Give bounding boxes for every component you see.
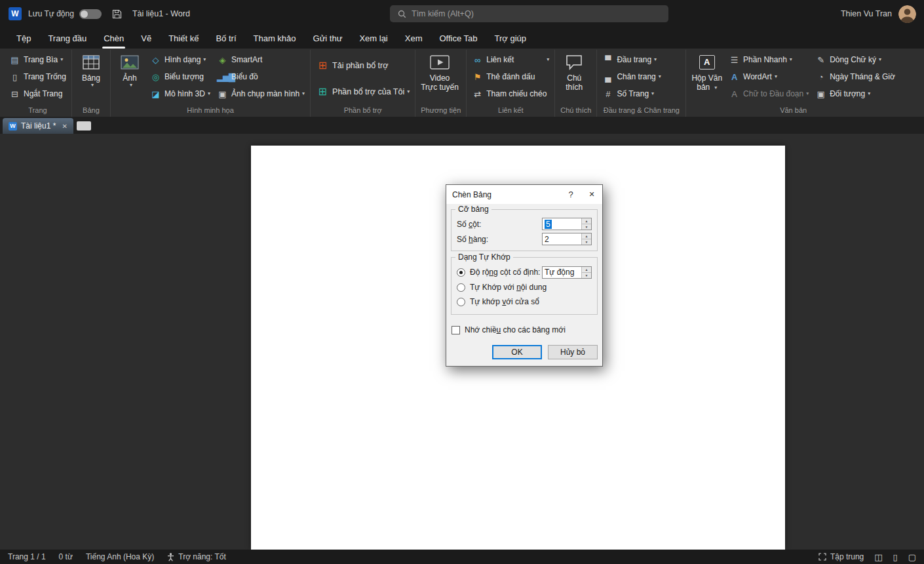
save-icon[interactable] <box>112 9 122 19</box>
avatar[interactable] <box>898 5 916 23</box>
word-count-status[interactable]: 0 từ <box>59 552 73 561</box>
date-time-button[interactable]: ◔ Ngày Tháng & Giờ <box>812 68 898 85</box>
spin-down-icon[interactable]: ▼ <box>582 224 591 230</box>
tab-tro-giup[interactable]: Trợ giúp <box>486 28 535 49</box>
columns-spinner[interactable]: 5 ▲ ▼ <box>542 218 592 230</box>
pictures-button[interactable]: Ảnh ▾ <box>113 51 147 88</box>
autofit-contents-label: Tự Khớp với nội dung <box>470 283 547 292</box>
page-break-label: Ngắt Trang <box>24 89 62 98</box>
focus-button[interactable]: Tập trung <box>818 552 864 561</box>
fixed-width-value-field[interactable]: Tự động <box>543 267 581 278</box>
new-tab-button[interactable] <box>77 121 91 131</box>
tab-tham-khao[interactable]: Tham khảo <box>245 28 305 49</box>
smartart-button[interactable]: ◈ SmartArt <box>214 51 308 68</box>
cross-reference-button[interactable]: ⇄ Tham chiếu chéo <box>469 85 552 102</box>
3d-models-button[interactable]: ◪ Mô hình 3D ▾ <box>147 85 214 102</box>
footer-button[interactable]: ▄ Chân trang ▾ <box>599 68 664 85</box>
user-name[interactable]: Thien Vu Tran <box>841 9 892 18</box>
read-mode-button[interactable]: ◫ <box>874 553 882 561</box>
chart-button[interactable]: ▂▅▇ Biểu đồ <box>214 68 308 85</box>
word-logo-icon[interactable]: W <box>9 7 22 20</box>
columns-row: Số cột: 5 ▲ ▼ <box>457 216 592 232</box>
tab-thiet-ke[interactable]: Thiết kế <box>160 28 207 49</box>
rows-value-field[interactable]: 2 <box>543 233 581 245</box>
page-number-button[interactable]: # Số Trang ▾ <box>599 85 664 102</box>
spin-up-icon[interactable]: ▲ <box>582 233 591 239</box>
screenshot-button[interactable]: ▣ Ảnh chụp màn hình ▾ <box>214 85 308 102</box>
signature-line-button[interactable]: ✎ Dòng Chữ ký ▾ <box>812 51 898 68</box>
search-input[interactable] <box>412 9 661 18</box>
cover-page-button[interactable]: ▤ Trang Bìa ▾ <box>6 51 69 68</box>
fixed-width-radio[interactable] <box>457 268 465 277</box>
remember-dimensions-checkbox[interactable] <box>452 326 460 334</box>
tab-tep[interactable]: Tệp <box>8 28 39 49</box>
get-addins-button[interactable]: ⊞ Tải phần bổ trợ <box>313 55 413 75</box>
spin-up-icon[interactable]: ▲ <box>582 267 591 272</box>
chevron-down-icon: ▾ <box>130 83 132 88</box>
rows-spinner[interactable]: 2 ▲ ▼ <box>542 233 592 245</box>
close-tab-icon[interactable]: ✕ <box>62 123 67 130</box>
tab-xem[interactable]: Xem <box>396 28 431 49</box>
print-layout-button[interactable]: ▯ <box>893 553 898 561</box>
ribbon: ▤ Trang Bìa ▾ ▯ Trang Trống ⊟ Ngắt Trang… <box>0 49 924 117</box>
autosave-toggle[interactable] <box>79 9 102 19</box>
shapes-icon: ◇ <box>150 56 161 64</box>
fixed-width-spinner[interactable]: Tự động ▲ ▼ <box>542 266 592 279</box>
tab-office-tab[interactable]: Office Tab <box>431 28 486 49</box>
quick-parts-button[interactable]: ☰ Phần Nhanh ▾ <box>725 51 812 68</box>
online-video-label-2: Trực tuyến <box>421 83 459 92</box>
header-button[interactable]: ▀ Đầu trang ▾ <box>599 51 664 68</box>
bookmark-button[interactable]: ⚑ Thẻ đánh dấu <box>469 68 552 85</box>
spin-down-icon[interactable]: ▼ <box>582 272 591 278</box>
page-number-status[interactable]: Trang 1 / 1 <box>8 552 46 561</box>
table-button[interactable]: Bảng ▾ <box>74 51 108 88</box>
group-label-table: Bảng <box>74 105 108 117</box>
autofit-window-radio[interactable] <box>457 298 465 306</box>
tab-ve[interactable]: Vẽ <box>132 28 160 49</box>
my-addins-button[interactable]: ⊞ Phần bổ trợ của Tôi ▾ <box>313 81 413 102</box>
tab-chen[interactable]: Chèn <box>95 28 132 49</box>
shapes-button[interactable]: ◇ Hình dạng ▾ <box>147 51 214 68</box>
group-label-header-footer: Đầu trang & Chân trang <box>599 105 683 117</box>
comment-label-2: thích <box>566 83 583 92</box>
spin-up-icon[interactable]: ▲ <box>582 218 591 224</box>
tab-trang-dau[interactable]: Trang đầu <box>39 28 95 49</box>
link-label: Liên kết <box>486 55 514 64</box>
tab-xem-lai[interactable]: Xem lại <box>351 28 396 49</box>
accessibility-status[interactable]: Trợ năng: Tốt <box>167 552 226 561</box>
link-button[interactable]: ∞ Liên kết ▾ <box>469 51 552 68</box>
autofit-contents-radio[interactable] <box>457 283 465 292</box>
help-button[interactable]: ? <box>560 185 581 204</box>
insert-table-dialog: Chèn Bảng ? ✕ Cỡ bảng Số cột: 5 ▲ ▼ Số h… <box>446 184 603 367</box>
comment-button[interactable]: Chú thích <box>557 51 591 92</box>
quick-parts-label: Phần Nhanh <box>743 55 787 64</box>
object-button[interactable]: ▣ Đối tượng ▾ <box>812 85 898 102</box>
language-status[interactable]: Tiếng Anh (Hoa Kỳ) <box>86 552 154 561</box>
rows-value: 2 <box>545 235 549 244</box>
search-box[interactable] <box>390 5 668 22</box>
screenshot-icon: ▣ <box>217 90 228 98</box>
cancel-button[interactable]: Hủy bỏ <box>548 345 598 359</box>
online-video-button[interactable]: Video Trực tuyến <box>417 51 462 92</box>
ribbon-group-illustrations: Ảnh ▾ ◇ Hình dạng ▾ ◎ Biểu tượng ◪ Mô hì… <box>111 50 311 117</box>
columns-value-field[interactable]: 5 <box>543 218 581 230</box>
document-tab[interactable]: W Tài liệu1 * ✕ <box>3 118 73 134</box>
spin-down-icon[interactable]: ▼ <box>582 239 591 245</box>
web-layout-button[interactable]: ▢ <box>908 553 916 561</box>
text-box-button[interactable]: A Hộp Văn bản▾ <box>688 51 725 92</box>
page-number-label: Số Trang <box>617 89 649 98</box>
ok-button[interactable]: OK <box>492 345 542 359</box>
pictures-label: Ảnh <box>123 73 136 83</box>
tab-bo-tri[interactable]: Bố trí <box>207 28 244 49</box>
page-number-icon: # <box>602 90 613 98</box>
tab-gui-thu[interactable]: Gửi thư <box>305 28 351 49</box>
group-label-addins: Phần bổ trợ <box>313 105 413 117</box>
chevron-down-icon: ▾ <box>302 91 305 96</box>
dialog-title-bar[interactable]: Chèn Bảng ? ✕ <box>446 185 602 204</box>
wordart-button[interactable]: A WordArt ▾ <box>725 68 812 85</box>
icons-button[interactable]: ◎ Biểu tượng <box>147 68 214 85</box>
blank-page-button[interactable]: ▯ Trang Trống <box>6 68 69 85</box>
page-break-button[interactable]: ⊟ Ngắt Trang <box>6 85 69 102</box>
close-button[interactable]: ✕ <box>581 185 602 204</box>
addin-store-icon: ⊞ <box>316 60 329 71</box>
